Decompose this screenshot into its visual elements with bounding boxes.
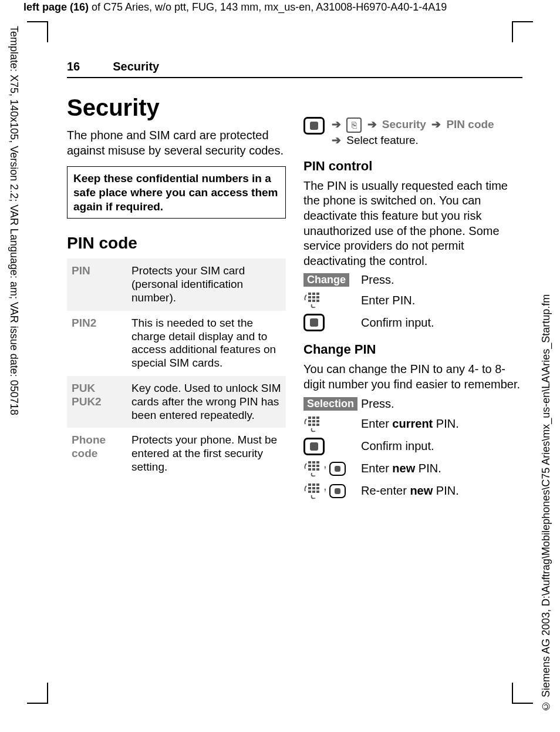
crop-mark (47, 21, 48, 42)
crop-mark (512, 703, 533, 704)
svg-rect-25 (312, 468, 315, 471)
softkey-selection: Selection (303, 397, 357, 411)
svg-rect-9 (308, 417, 311, 419)
svg-rect-15 (308, 424, 311, 426)
step-text: Press. (361, 273, 394, 287)
svg-rect-26 (316, 468, 319, 471)
arrow-icon: ➔ (367, 117, 377, 132)
svg-rect-17 (316, 424, 319, 426)
top-banner-prefix: left page (16) (23, 1, 92, 13)
keypad-icon (303, 415, 321, 433)
term-puk: PUK PUK2 (67, 376, 127, 428)
crop-mark (27, 703, 48, 704)
svg-rect-10 (312, 417, 315, 419)
arrow-icon: ➔ (431, 117, 441, 132)
change-pin-text: You can change the PIN to any 4- to 8-di… (303, 362, 522, 392)
def-phone-code: Protects your phone. Must be entered at … (127, 428, 286, 479)
nav-select-feature: Select feature. (346, 134, 419, 146)
table-row: Phone code Protects your phone. Must be … (67, 428, 286, 479)
running-title: Security (113, 60, 159, 73)
svg-rect-6 (308, 300, 311, 302)
term-pin2: PIN2 (67, 311, 127, 376)
term-phone-code: Phone code (67, 428, 127, 479)
arrow-icon: ➔ (332, 117, 341, 132)
running-header: 16 Security (67, 60, 522, 78)
step-text: Re-enter new PIN. (361, 484, 459, 498)
pin-control-text: The PIN is usually requested each time t… (303, 179, 522, 269)
svg-rect-24 (308, 468, 311, 471)
softkey-change: Change (303, 273, 349, 287)
svg-rect-18 (308, 461, 311, 464)
center-key-icon (303, 117, 325, 135)
keypad-icon (303, 291, 321, 309)
svg-rect-27 (308, 483, 311, 486)
def-pin2: This is needed to set the charge detail … (127, 311, 286, 376)
step-row: Confirm input. (303, 314, 522, 331)
heading-pin-code: PIN code (67, 234, 286, 253)
svg-rect-23 (316, 465, 319, 467)
step-row: , Re-enter new PIN. (303, 482, 522, 500)
page-title: Security (67, 95, 286, 121)
step-row: , Enter new PIN. (303, 460, 522, 478)
svg-rect-21 (308, 465, 311, 467)
top-banner-rest: of C75 Aries, w/o ptt, FUG, 143 mm, mx_u… (92, 1, 447, 13)
svg-rect-20 (316, 461, 319, 464)
step-row: Selection Press. (303, 397, 522, 411)
step-text: Confirm input. (361, 316, 434, 330)
center-key-icon (329, 462, 346, 476)
step-text: Enter new PIN. (361, 462, 441, 475)
svg-rect-28 (312, 483, 315, 486)
svg-rect-19 (312, 461, 315, 464)
codes-table: PIN Protects your SIM card (personal ide… (67, 258, 286, 479)
def-puk: Key code. Used to unlock SIM cards after… (127, 376, 286, 428)
step-text: Confirm input. (361, 439, 434, 453)
step-text: Enter PIN. (361, 294, 415, 307)
step-row: Enter PIN. (303, 291, 522, 309)
svg-rect-2 (316, 293, 319, 295)
svg-rect-35 (316, 491, 319, 493)
svg-rect-5 (316, 296, 319, 298)
table-row: PIN2 This is needed to set the charge de… (67, 311, 286, 376)
keypad-icon (303, 460, 321, 478)
table-row: PUK PUK2 Key code. Used to unlock SIM ca… (67, 376, 286, 428)
intro-text: The phone and SIM card are protected aga… (67, 128, 286, 158)
center-key-icon (303, 438, 325, 455)
svg-rect-3 (308, 296, 311, 298)
crop-mark (512, 21, 513, 42)
center-key-icon (303, 314, 325, 331)
svg-rect-14 (316, 420, 319, 422)
svg-rect-1 (312, 293, 315, 295)
svg-rect-34 (312, 491, 315, 493)
step-row: Enter current PIN. (303, 415, 522, 433)
template-info-left: Template: X75, 140x105, Version 2.2; VAR… (2, 26, 20, 484)
svg-rect-13 (312, 420, 315, 422)
heading-pin-control: PIN control (303, 159, 522, 174)
arrow-icon: ➔ (332, 133, 341, 148)
svg-rect-4 (312, 296, 315, 298)
left-column: Security The phone and SIM card are prot… (67, 89, 286, 505)
svg-rect-0 (308, 293, 311, 295)
svg-rect-11 (316, 417, 319, 419)
top-banner: left page (16) of C75 Aries, w/o ptt, FU… (23, 1, 447, 14)
crop-mark (512, 683, 513, 704)
svg-rect-12 (308, 420, 311, 422)
step-row: Confirm input. (303, 438, 522, 455)
crop-mark (27, 21, 48, 22)
nav-pin-code: PIN code (446, 118, 494, 130)
step-text: Enter current PIN. (361, 417, 459, 431)
svg-rect-31 (312, 487, 315, 489)
step-text: Press. (361, 397, 394, 411)
settings-icon: ⎘ (346, 117, 362, 133)
svg-rect-33 (308, 491, 311, 493)
page-number: 16 (67, 60, 80, 73)
svg-rect-22 (312, 465, 315, 467)
svg-rect-29 (316, 483, 319, 486)
def-pin: Protects your SIM card (personal identif… (127, 258, 286, 310)
svg-rect-8 (316, 300, 319, 302)
svg-rect-32 (316, 487, 319, 489)
svg-rect-7 (312, 300, 315, 302)
heading-change-pin: Change PIN (303, 342, 522, 357)
table-row: PIN Protects your SIM card (personal ide… (67, 258, 286, 310)
menu-path: ➔ ⎘ ➔ Security ➔ PIN code ➔ Select featu… (303, 117, 522, 148)
keypad-icon (303, 482, 321, 500)
